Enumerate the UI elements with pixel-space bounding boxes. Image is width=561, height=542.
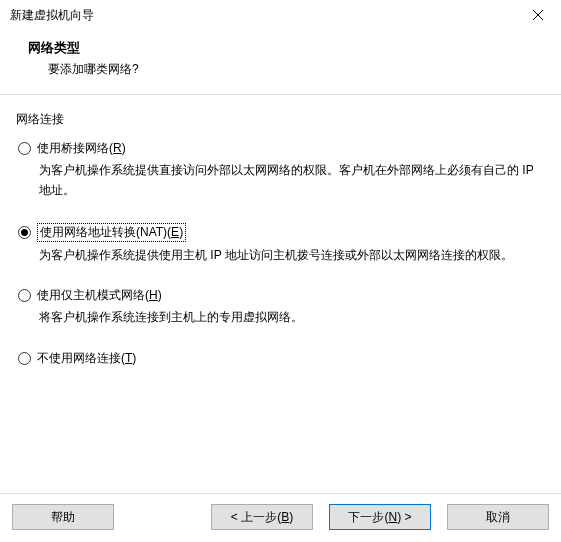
group-label: 网络连接 <box>16 111 545 128</box>
radio-none[interactable] <box>18 352 31 365</box>
option-nat: 使用网络地址转换(NAT)(E) 为客户机操作系统提供使用主机 IP 地址访问主… <box>18 223 545 266</box>
close-button[interactable] <box>515 0 561 30</box>
option-bridged-label[interactable]: 使用桥接网络(R) <box>37 140 126 157</box>
option-none: 不使用网络连接(T) <box>18 350 545 367</box>
next-button[interactable]: 下一步(N) > <box>329 504 431 530</box>
option-hostonly-label[interactable]: 使用仅主机模式网络(H) <box>37 287 162 304</box>
page-title: 网络类型 <box>28 40 541 57</box>
wizard-footer: 帮助 < 上一步(B) 下一步(N) > 取消 <box>0 493 561 542</box>
network-options: 使用桥接网络(R) 为客户机操作系统提供直接访问外部以太网网络的权限。客户机在外… <box>16 140 545 367</box>
option-nat-desc: 为客户机操作系统提供使用主机 IP 地址访问主机拨号连接或外部以太网网络连接的权… <box>39 246 545 266</box>
titlebar: 新建虚拟机向导 <box>0 0 561 30</box>
help-button[interactable]: 帮助 <box>12 504 114 530</box>
window-title: 新建虚拟机向导 <box>10 7 94 24</box>
back-button[interactable]: < 上一步(B) <box>211 504 313 530</box>
nav-buttons: < 上一步(B) 下一步(N) > 取消 <box>211 504 549 530</box>
radio-hostonly[interactable] <box>18 289 31 302</box>
option-bridged: 使用桥接网络(R) 为客户机操作系统提供直接访问外部以太网网络的权限。客户机在外… <box>18 140 545 201</box>
page-subtitle: 要添加哪类网络? <box>48 61 541 78</box>
radio-bridged[interactable] <box>18 142 31 155</box>
option-nat-row[interactable]: 使用网络地址转换(NAT)(E) <box>18 223 545 242</box>
radio-nat[interactable] <box>18 226 31 239</box>
cancel-button[interactable]: 取消 <box>447 504 549 530</box>
content-area: 网络连接 使用桥接网络(R) 为客户机操作系统提供直接访问外部以太网网络的权限。… <box>0 95 561 493</box>
option-none-label[interactable]: 不使用网络连接(T) <box>37 350 136 367</box>
close-icon <box>533 10 543 20</box>
option-none-row[interactable]: 不使用网络连接(T) <box>18 350 545 367</box>
option-hostonly: 使用仅主机模式网络(H) 将客户机操作系统连接到主机上的专用虚拟网络。 <box>18 287 545 328</box>
wizard-header: 网络类型 要添加哪类网络? <box>0 30 561 95</box>
option-nat-label[interactable]: 使用网络地址转换(NAT)(E) <box>37 223 186 242</box>
option-hostonly-row[interactable]: 使用仅主机模式网络(H) <box>18 287 545 304</box>
option-bridged-row[interactable]: 使用桥接网络(R) <box>18 140 545 157</box>
option-hostonly-desc: 将客户机操作系统连接到主机上的专用虚拟网络。 <box>39 308 545 328</box>
option-bridged-desc: 为客户机操作系统提供直接访问外部以太网网络的权限。客户机在外部网络上必须有自己的… <box>39 161 545 201</box>
